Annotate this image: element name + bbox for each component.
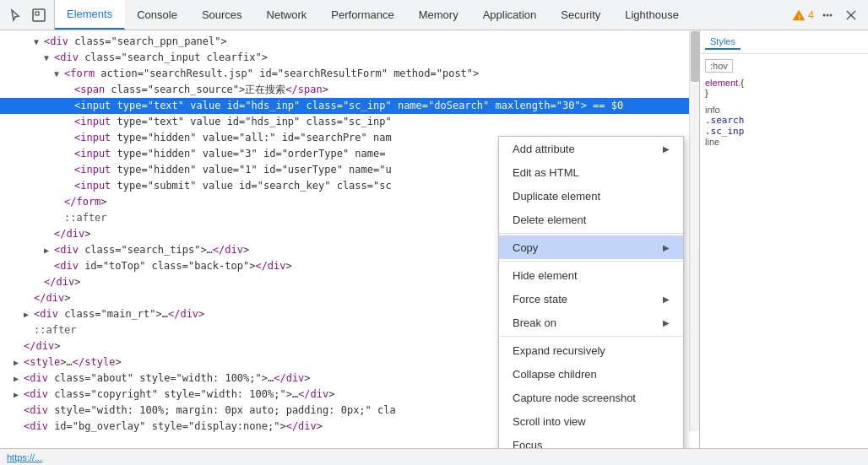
dom-line-content: <div class="search_input clearfix"> (54, 50, 268, 66)
tree-arrow[interactable]: ▼ (44, 50, 54, 66)
main-area: ▼<div class="search_ppn_panel">▼<div cla… (0, 30, 868, 448)
menu-item-delete-element[interactable]: Delete element (499, 208, 683, 231)
svg-point-5 (830, 14, 833, 16)
scrollbar[interactable] (689, 30, 699, 431)
tab-lighthouse[interactable]: Lighthouse (613, 0, 692, 30)
menu-item-break-on[interactable]: Break on▶ (499, 311, 683, 334)
dom-line-content: <div id="toTop" class="back-top"></div> (54, 258, 292, 274)
tree-arrow[interactable]: ▼ (34, 34, 44, 50)
dom-line-content: </div> (34, 290, 70, 306)
dom-line-content: <div id="bg_overlay" style="display:none… (24, 419, 323, 435)
menu-item-hide-element[interactable]: Hide element (499, 263, 683, 287)
styles-toolbar: Styles (700, 30, 868, 54)
menu-separator (499, 261, 683, 262)
styles-panel: Styles :hov element.{ } info .search .sc… (699, 30, 868, 448)
menu-item-focus[interactable]: Focus (499, 433, 683, 448)
menu-item-edit-as-html[interactable]: Edit as HTML (499, 160, 683, 184)
styles-content: :hov element.{ } info .search .sc_inp li… (700, 54, 868, 448)
dom-panel[interactable]: ▼<div class="search_ppn_panel">▼<div cla… (0, 30, 699, 448)
styles-tab[interactable]: Styles (705, 35, 741, 50)
dom-line-content: ::after (34, 322, 77, 338)
inspect-icon[interactable] (29, 5, 49, 25)
menu-separator (499, 336, 683, 337)
menu-separator (499, 233, 683, 234)
tree-arrow[interactable]: ▶ (24, 306, 34, 322)
dom-line[interactable]: ▼<form action="searchResult.jsp" id="sea… (0, 66, 699, 82)
menu-item-capture-node-screenshot[interactable]: Capture node screenshot (499, 386, 683, 409)
menu-item-add-attribute[interactable]: Add attribute▶ (499, 137, 683, 160)
tab-sources[interactable]: Sources (190, 0, 255, 30)
tree-arrow[interactable]: ▶ (14, 370, 24, 387)
dom-line-content: <div class="copyright" style="width: 100… (24, 387, 334, 403)
scrollbar-thumb[interactable] (691, 31, 699, 82)
submenu-arrow: ▶ (663, 243, 670, 252)
dom-line[interactable]: <input type="text" value id="hds_inp" cl… (0, 98, 699, 114)
dom-line[interactable]: ▼<div class="search_input clearfix"> (0, 50, 699, 66)
dom-line-content: <span class="search_source">正在搜索</span> (74, 82, 328, 98)
svg-rect-1 (35, 12, 39, 15)
info-section: info .search .sc_inp line (705, 105, 863, 147)
tab-icon-group (0, 0, 55, 30)
context-menu[interactable]: Add attribute▶Edit as HTMLDuplicate elem… (498, 136, 684, 448)
dom-line-content: <input type="submit" value id="search_ke… (74, 178, 392, 194)
tab-memory[interactable]: Memory (407, 0, 471, 30)
menu-item-collapse-children[interactable]: Collapse children (499, 362, 683, 386)
more-tabs-icon[interactable] (817, 5, 838, 25)
dom-line-content: <input type="text" value id="hds_inp" cl… (74, 114, 392, 130)
dom-line[interactable]: <span class="search_source">正在搜索</span> (0, 82, 699, 98)
tab-network[interactable]: Network (255, 0, 320, 30)
menu-item-duplicate-element[interactable]: Duplicate element (499, 184, 683, 208)
tab-performance[interactable]: Performance (319, 0, 406, 30)
tree-arrow[interactable]: ▶ (14, 387, 24, 403)
svg-point-4 (827, 14, 829, 16)
status-bar: https://... (0, 448, 868, 465)
hov-filter-button[interactable]: :hov (705, 59, 733, 73)
dom-line-content: <form action="searchResult.jsp" id="sear… (64, 66, 479, 82)
dom-line-content: <div class="search_tips">…</div> (54, 242, 249, 258)
dom-line-content: <div class="search_ppn_panel"> (44, 34, 227, 50)
dom-line-content: <style>…</style> (24, 354, 122, 370)
dom-line-content: <input type="hidden" value="1" id="userT… (74, 162, 392, 178)
menu-item-copy[interactable]: Copy▶ (499, 235, 683, 259)
tab-elements[interactable]: Elements (55, 0, 125, 30)
menu-item-force-state[interactable]: Force state▶ (499, 287, 683, 311)
submenu-arrow: ▶ (663, 295, 670, 304)
dom-line-content: </div> (44, 274, 80, 290)
submenu-arrow: ▶ (663, 144, 670, 154)
tree-arrow[interactable]: ▶ (14, 354, 24, 370)
warning-badge: ! 4 (792, 8, 814, 22)
element-rule: element.{ } (705, 78, 863, 98)
dom-line[interactable]: <input type="text" value id="hds_inp" cl… (0, 114, 699, 130)
dom-line-content: <input type="text" value id="hds_inp" cl… (74, 98, 623, 114)
svg-point-3 (823, 14, 826, 16)
dom-line-content: <div class="about" style="width: 100%;">… (24, 370, 311, 387)
dom-line-content: </form> (64, 194, 107, 210)
devtools-tab-bar: Elements Console Sources Network Perform… (0, 0, 868, 30)
tab-right-area: ! 4 (785, 0, 868, 30)
status-url: https://... (7, 452, 42, 462)
submenu-arrow: ▶ (663, 318, 670, 327)
tree-arrow[interactable]: ▶ (44, 242, 54, 258)
close-devtools-icon[interactable] (841, 5, 861, 25)
svg-text:!: ! (799, 14, 801, 21)
dom-line-content: <div class="main_rt">…</div> (34, 306, 204, 322)
dom-line-content: <input type="hidden" value="all:" id="se… (74, 130, 392, 146)
menu-item-scroll-into-view[interactable]: Scroll into view (499, 409, 683, 433)
tree-arrow[interactable]: ▼ (54, 66, 64, 82)
tab-security[interactable]: Security (549, 0, 613, 30)
dom-line-content: <div style="width: 100%; margin: 0px aut… (24, 403, 396, 419)
dom-line[interactable]: ▼<div class="search_ppn_panel"> (0, 34, 699, 50)
dom-line-content: <input type="hidden" value="3" id="order… (74, 146, 385, 162)
tab-console[interactable]: Console (125, 0, 190, 30)
menu-item-expand-recursively[interactable]: Expand recursively (499, 338, 683, 362)
dom-line-content: ::after (64, 210, 107, 226)
tab-application[interactable]: Application (471, 0, 550, 30)
dom-line-content: </div> (54, 226, 90, 242)
dom-line-content: </div> (24, 338, 60, 354)
cursor-icon[interactable] (5, 5, 25, 25)
